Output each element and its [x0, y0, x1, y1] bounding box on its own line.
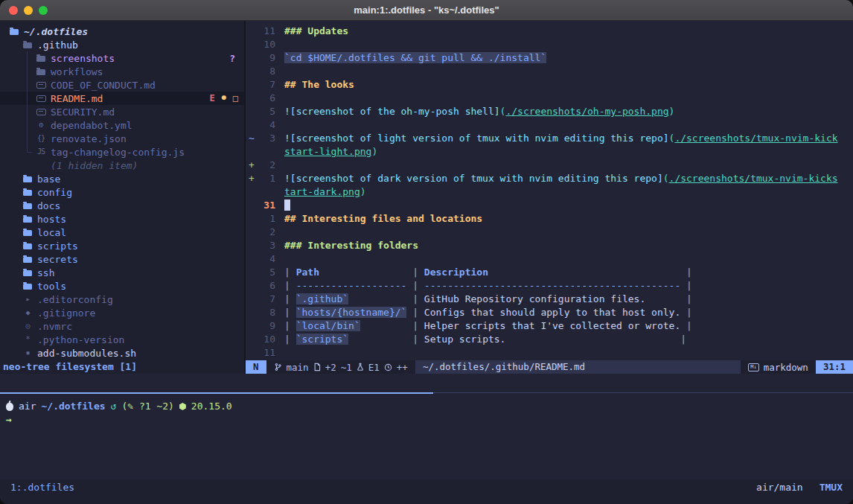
tree-guide-line	[27, 132, 28, 145]
tree-item[interactable]: scripts	[0, 239, 244, 252]
editor-statusline: N main +2 ~1 E1	[246, 360, 853, 374]
branch-name: main	[287, 362, 309, 373]
shell-pane[interactable]: air ~/.dotfiles ↺ (✎ ?1 ~2) 20.15.0 →	[0, 400, 853, 427]
editor-line[interactable]: 6	[246, 92, 853, 105]
tree-item[interactable]: tools	[0, 279, 244, 293]
tree-item[interactable]: base	[0, 172, 244, 185]
tree-item[interactable]: hosts	[0, 212, 244, 226]
tree-item[interactable]: *.python-version	[0, 333, 244, 346]
line-text: | ------------------- | ----------------…	[284, 279, 692, 293]
tree-item[interactable]: CODE_OF_CONDUCT.md	[0, 78, 244, 92]
gutter-sign	[246, 65, 256, 78]
sq-icon: ▪	[22, 348, 33, 358]
tree-item-label: docs	[37, 200, 60, 211]
filetype-section: M↓ markdown	[748, 362, 808, 373]
line-number: 3	[256, 239, 275, 252]
editor-line[interactable]: ~3![screenshot of light version of tmux …	[246, 132, 853, 145]
tree-item[interactable]: local	[0, 226, 244, 239]
editor-pane[interactable]: 11### Updates109`cd $HOME/.dotfiles && g…	[246, 21, 853, 374]
tree-item-label: workflows	[51, 66, 103, 77]
tree-item[interactable]: .github	[0, 38, 244, 51]
tree-item[interactable]: workflows	[0, 65, 244, 78]
tmux-pane-border[interactable]	[0, 392, 853, 394]
tree-guide-line	[27, 78, 28, 92]
editor-line[interactable]: 1## Interesting files and locations	[246, 212, 853, 226]
editor-line[interactable]: 4	[246, 118, 853, 132]
tree-item[interactable]: SECURITY.md	[0, 105, 244, 118]
folder-icon	[22, 189, 33, 196]
editor-line[interactable]: start-light.png)	[246, 145, 853, 159]
shell-prompt: air ~/.dotfiles ↺ (✎ ?1 ~2) 20.15.0	[0, 400, 853, 413]
editor-line[interactable]: 4	[246, 252, 853, 266]
gutter-sign	[246, 319, 256, 333]
git-info: main +2 ~1 E1 ++	[274, 362, 408, 373]
gutter-sign	[246, 333, 256, 346]
neotree-items: ~/.dotfiles.githubscreenshots?workflowsC…	[0, 21, 244, 360]
statusline-extra: ++	[397, 362, 408, 373]
tree-item-label: .editorconfig	[37, 294, 113, 305]
git-branch-icon	[274, 363, 282, 371]
tree-item[interactable]: screenshots?	[0, 51, 244, 65]
gutter-sign: +	[246, 159, 256, 172]
line-text: start-light.png)	[284, 145, 377, 159]
line-number: 2	[256, 159, 275, 172]
editor-line[interactable]: 5| Path | Description |	[246, 266, 853, 279]
editor-line[interactable]: 7## The looks	[246, 78, 853, 92]
editor-line[interactable]: 9| `local/bin` | Helper scripts that I'v…	[246, 319, 853, 333]
gutter-sign	[246, 212, 256, 226]
editor-line[interactable]: 3### Interesting folders	[246, 239, 853, 252]
editor-line[interactable]: +1![screenshot of dark version of tmux w…	[246, 172, 853, 185]
gutter-sign	[246, 279, 256, 293]
editor-line[interactable]: 11### Updates	[246, 25, 853, 38]
tmux-label: TMUX	[820, 481, 843, 494]
tree-item[interactable]: docs	[0, 199, 244, 212]
tree-item[interactable]: ▸.editorconfig	[0, 293, 244, 306]
editor-line[interactable]: tart-dark.png)	[246, 185, 853, 199]
tree-item[interactable]: ▪add-submodules.sh	[0, 346, 244, 360]
editor-line[interactable]: 6| ------------------- | ---------------…	[246, 279, 853, 293]
editor-line[interactable]: 31	[246, 199, 853, 212]
gutter-sign	[246, 346, 256, 360]
editor-line[interactable]: 10	[246, 38, 853, 51]
tree-item-label: add-submodules.sh	[37, 348, 136, 359]
editor-line[interactable]: 8	[246, 65, 853, 78]
tree-item-label: (1 hidden item)	[51, 160, 138, 171]
tree-item[interactable]: ~/.dotfiles	[0, 25, 244, 38]
tree-item[interactable]: secrets	[0, 252, 244, 266]
tree-item[interactable]: config	[0, 185, 244, 199]
editor-line[interactable]: 11	[246, 346, 853, 360]
editor-line[interactable]: 5![screenshot of the oh-my-posh shell](.…	[246, 105, 853, 118]
tree-item[interactable]: (1 hidden item)	[0, 159, 244, 172]
tmux-window-tab[interactable]: 1:.dotfiles	[10, 481, 74, 494]
tree-item[interactable]: ◆.gitignore	[0, 306, 244, 319]
editor-line[interactable]: 9`cd $HOME/.dotfiles && git pull && ./in…	[246, 51, 853, 65]
line-text: `cd $HOME/.dotfiles && git pull && ./ins…	[284, 51, 546, 65]
line-number: 1	[256, 172, 275, 185]
line-number: 9	[256, 319, 275, 333]
markdown-file-icon	[36, 82, 46, 89]
titlebar[interactable]: main:1:.dotfiles - "ks~/.dotfiles"	[0, 0, 853, 21]
gutter-sign	[246, 25, 256, 38]
editor-line[interactable]: 7| `.github` | GitHub Repository configu…	[246, 293, 853, 306]
prompt-host: air	[19, 400, 36, 413]
tree-item[interactable]: ◎.nvmrc	[0, 319, 244, 333]
tree-item[interactable]: {}renovate.json	[0, 132, 244, 145]
tree-item-label: secrets	[37, 254, 78, 265]
neotree-pane[interactable]: ~/.dotfiles.githubscreenshots?workflowsC…	[0, 21, 244, 374]
tmux-right-status: air/main TMUX	[756, 481, 843, 494]
tree-item-label: base	[37, 173, 60, 185]
folder-icon	[36, 68, 46, 75]
gutter-sign	[246, 239, 256, 252]
line-text: ![screenshot of the oh-my-posh shell](./…	[284, 105, 674, 118]
editor-line[interactable]: 8| `hosts/{hostname}/` | Configs that sh…	[246, 306, 853, 319]
tree-item[interactable]: ⚙dependabot.yml	[0, 118, 244, 132]
tree-item[interactable]: ssh	[0, 266, 244, 279]
tmux-session-name: air/main	[756, 481, 803, 494]
editor-line[interactable]: +2	[246, 159, 853, 172]
editor-line[interactable]: 2	[246, 226, 853, 239]
tree-item[interactable]: README.mdE●□	[0, 92, 244, 105]
tree-item[interactable]: JStag-changelog-config.js	[0, 145, 244, 159]
line-number: 5	[256, 105, 275, 118]
editor-line[interactable]: 10| `scripts` | Setup scripts. |	[246, 333, 853, 346]
shell-input-line[interactable]: →	[0, 413, 853, 427]
